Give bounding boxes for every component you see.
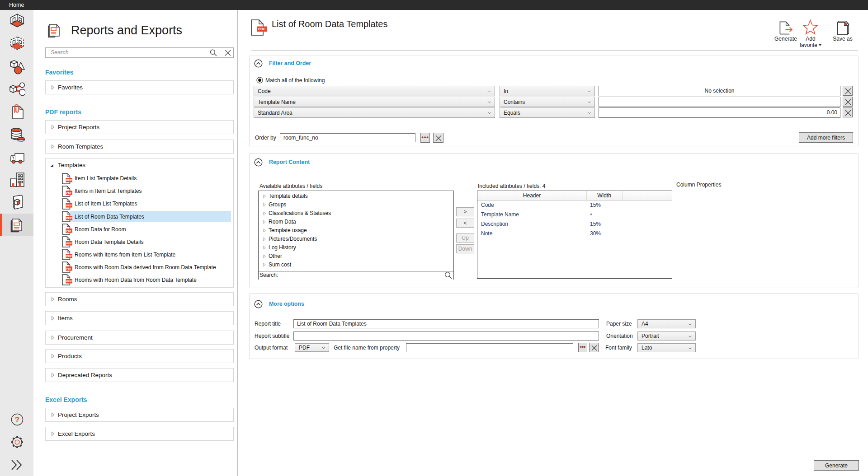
svg-text:PDF: PDF — [258, 27, 265, 31]
svg-text:?: ? — [15, 415, 19, 424]
